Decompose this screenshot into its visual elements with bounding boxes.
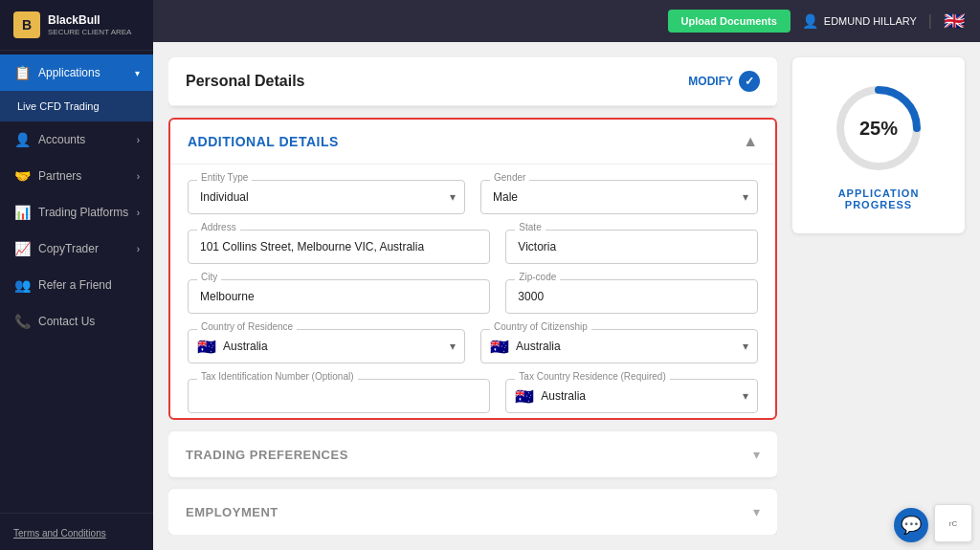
form-row-entity-gender: Entity Type Individual Company Gender Ma… <box>188 180 758 214</box>
entity-type-select[interactable]: Individual Company <box>188 180 465 214</box>
progress-percentage: 25% <box>859 118 898 140</box>
progress-circle: 25% <box>831 80 926 176</box>
form-row-city-zip: City Zip-code <box>188 279 758 314</box>
sidebar-nav: 📋 Applications ▾ Live CFD Trading 👤 Acco… <box>0 51 153 513</box>
tax-country-select[interactable]: Australia <box>505 379 758 413</box>
sidebar-item-label: Trading Platforms <box>38 206 128 219</box>
sidebar-item-label: CopyTrader <box>38 242 99 255</box>
partners-icon: 🤝 <box>13 167 31 185</box>
copytrader-icon: 📈 <box>13 240 31 257</box>
sidebar-item-trading-platforms[interactable]: 📊 Trading Platforms › <box>0 194 153 231</box>
form-row-address-state: Address State <box>188 230 758 264</box>
divider: | <box>928 12 932 30</box>
brand-name: BlackBull <box>48 13 131 27</box>
entity-type-group: Entity Type Individual Company <box>188 180 465 214</box>
chat-bubble[interactable]: 💬 <box>894 508 928 542</box>
country-residence-label: Country of Residence <box>197 321 297 332</box>
brand-logo: B BlackBull SECURE CLIENT AREA <box>0 0 153 51</box>
main-content: Upload Documents 👤 EDMUND HILLARY | 🇬🇧 P… <box>153 0 980 550</box>
zipcode-label: Zip-code <box>515 272 560 282</box>
collapse-icon[interactable]: ▲ <box>743 133 758 150</box>
tax-id-input[interactable] <box>188 379 490 413</box>
sidebar-item-label: Partners <box>38 169 81 183</box>
personal-details-header: Personal Details MODIFY ✓ <box>168 57 777 106</box>
modify-button[interactable]: MODIFY ✓ <box>688 71 760 92</box>
personal-details-card: Personal Details MODIFY ✓ <box>168 57 777 106</box>
language-flag[interactable]: 🇬🇧 <box>944 11 965 32</box>
refer-icon: 👥 <box>13 276 31 294</box>
employment-section[interactable]: EMPLOYMENT ▾ <box>168 489 777 535</box>
country-residence-group: Country of Residence 🇦🇺 Australia <box>188 329 465 363</box>
zipcode-input[interactable] <box>505 279 758 314</box>
country-citizenship-group: Country of Citizenship 🇦🇺 Australia <box>480 329 758 363</box>
contact-icon: 📞 <box>13 313 31 330</box>
brand-subtitle: SECURE CLIENT AREA <box>48 28 131 36</box>
recaptcha-badge: rC <box>934 504 972 542</box>
gender-select[interactable]: Male Female Other <box>480 180 758 214</box>
chevron-icon: › <box>137 135 140 145</box>
address-input[interactable] <box>188 230 490 264</box>
chevron-icon: › <box>137 244 140 254</box>
terms-link[interactable]: Terms and Conditions <box>13 528 106 539</box>
country-citizenship-select[interactable]: Australia <box>480 329 758 363</box>
user-icon: 👤 <box>802 13 818 29</box>
chevron-icon: ▾ <box>135 68 140 78</box>
sidebar-item-label: Refer a Friend <box>38 278 112 292</box>
body-area: Personal Details MODIFY ✓ ADDITIONAL DET… <box>153 42 980 550</box>
tax-id-label: Tax Identification Number (Optional) <box>197 371 358 382</box>
logo-icon: B <box>13 11 40 38</box>
sidebar-item-contact-us[interactable]: 📞 Contact Us <box>0 303 153 340</box>
additional-details-section: ADDITIONAL DETAILS ▲ Entity Type Individ… <box>168 118 777 420</box>
form-panel: Personal Details MODIFY ✓ ADDITIONAL DET… <box>168 57 777 535</box>
chevron-icon: › <box>137 208 140 218</box>
expand-icon: ▾ <box>753 447 760 462</box>
modify-label: MODIFY <box>688 75 733 88</box>
sidebar-item-accounts[interactable]: 👤 Accounts › <box>0 121 153 158</box>
sidebar-footer: Terms and Conditions <box>0 513 153 550</box>
trading-preferences-section[interactable]: TRADING PREFERENCES ▾ <box>168 431 777 477</box>
address-label: Address <box>197 222 240 232</box>
sidebar-item-refer-friend[interactable]: 👥 Refer a Friend <box>0 267 153 303</box>
header: Upload Documents 👤 EDMUND HILLARY | 🇬🇧 <box>153 0 980 42</box>
progress-label: APPLICATION PROGRESS <box>808 187 949 210</box>
zipcode-group: Zip-code <box>505 279 758 314</box>
expand-icon: ▾ <box>753 504 760 519</box>
trading-preferences-title: TRADING PREFERENCES <box>186 448 348 462</box>
state-label: State <box>515 222 545 232</box>
city-group: City <box>188 279 490 314</box>
personal-details-title: Personal Details <box>186 73 305 90</box>
sidebar-item-label: Accounts <box>38 133 85 146</box>
city-input[interactable] <box>188 279 490 314</box>
sidebar-item-label: Applications <box>38 66 100 79</box>
entity-type-label: Entity Type <box>197 172 252 183</box>
sidebar-item-label: Live CFD Trading <box>17 100 100 112</box>
user-name: EDMUND HILLARY <box>824 15 917 27</box>
form-row-tax: Tax Identification Number (Optional) Tax… <box>188 379 758 413</box>
sidebar-item-partners[interactable]: 🤝 Partners › <box>0 158 153 194</box>
state-input[interactable] <box>505 230 758 264</box>
additional-details-header: ADDITIONAL DETAILS ▲ <box>170 120 775 165</box>
tax-id-group: Tax Identification Number (Optional) <box>188 379 490 413</box>
sidebar-item-label: Contact Us <box>38 315 95 328</box>
gender-group: Gender Male Female Other <box>480 180 758 214</box>
country-citizenship-label: Country of Citizenship <box>490 321 591 332</box>
sidebar-item-applications[interactable]: 📋 Applications ▾ <box>0 55 153 91</box>
user-info: 👤 EDMUND HILLARY <box>802 13 917 29</box>
tax-country-group: Tax Country Residence (Required) 🇦🇺 Aust… <box>505 379 758 413</box>
applications-icon: 📋 <box>13 64 31 81</box>
check-circle-icon: ✓ <box>739 71 760 92</box>
progress-panel: 25% APPLICATION PROGRESS <box>792 57 965 233</box>
sidebar-item-live-cfd[interactable]: Live CFD Trading <box>0 91 153 121</box>
tax-country-label: Tax Country Residence (Required) <box>515 371 669 382</box>
state-group: State <box>505 230 758 264</box>
form-row-countries: Country of Residence 🇦🇺 Australia Countr… <box>188 329 758 363</box>
chevron-icon: › <box>137 171 140 182</box>
city-label: City <box>197 272 221 282</box>
additional-details-title: ADDITIONAL DETAILS <box>188 134 339 149</box>
upload-documents-button[interactable]: Upload Documents <box>668 10 791 33</box>
address-group: Address <box>188 230 490 264</box>
country-residence-select[interactable]: Australia <box>188 329 465 363</box>
additional-details-form: Entity Type Individual Company Gender Ma… <box>170 165 775 420</box>
sidebar-item-copytrader[interactable]: 📈 CopyTrader › <box>0 231 153 267</box>
employment-title: EMPLOYMENT <box>186 505 278 519</box>
